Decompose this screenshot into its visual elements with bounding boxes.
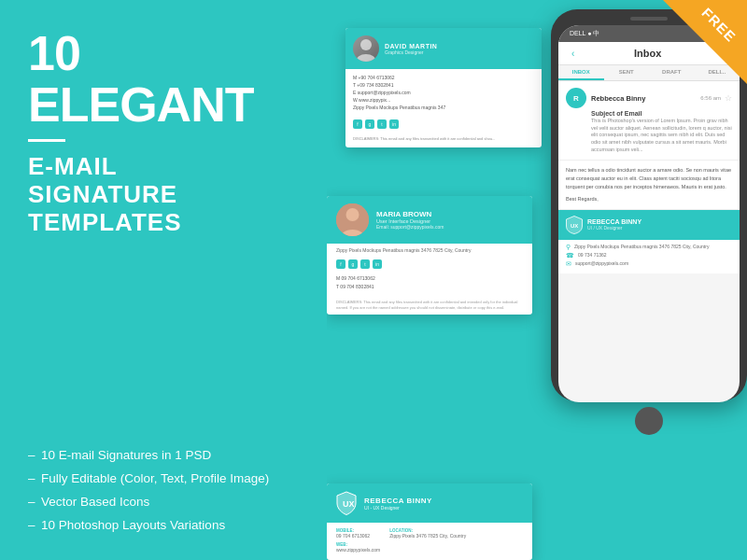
back-icon[interactable]: ‹ [571, 49, 574, 59]
card2-disclaimer: DISCLAIMERS: This email and any files tr… [327, 297, 532, 315]
phone-sig-info: REBECCA BINNY UI / UX Designer [587, 218, 641, 231]
email-list-item[interactable]: R Rebbecca Binny 6:56 am ☆ Subject of Em… [558, 81, 740, 161]
svg-text:UX: UX [343, 499, 355, 509]
phone-subject: Subject of Email [591, 110, 732, 117]
card3-location: Zippy Pixels 3476 7825 City, Country [389, 533, 466, 539]
linkedin-icon: in [389, 119, 399, 129]
phone-avatar: R [566, 88, 586, 108]
card2-social: f g t in [327, 257, 532, 272]
subtitle-line2: SIGNATURE [28, 181, 317, 209]
svg-point-1 [356, 54, 376, 62]
feature-item-1: 10 E-mail Signatures in 1 PSD [28, 448, 317, 462]
divider [28, 139, 65, 142]
features-list: 10 E-mail Signatures in 1 PSD Fully Edit… [28, 448, 317, 541]
phone-sender: Rebbecca Binny [591, 94, 645, 103]
phone-sig-role: UI / UX Designer [587, 225, 641, 231]
card3-role: UI - UX Designer [364, 505, 432, 511]
card1-email: E support@zippypixels.com [353, 89, 534, 96]
card1-tel: T +09 734 8302841 [353, 81, 534, 89]
phone-sig-details: ⚲ Zippy Pixels Mockups Penatibus magnis … [558, 240, 740, 273]
card2-contact: M 09 704 6713062 T 09 704 8302841 [327, 272, 532, 297]
card1-mobile: M +90 704 6713062 [353, 74, 534, 81]
card1-role: Graphics Designer [385, 49, 437, 55]
phone-shield-icon: UX [566, 216, 583, 234]
email-card-maria-brown: MARIA BROWN User Interface Designer Emai… [327, 196, 532, 315]
tab-inbox[interactable]: INBOX [558, 65, 604, 80]
email-card-david-martin: DAVID MARTIN Graphics Designer M +90 704… [345, 28, 542, 147]
card2-header: MARIA BROWN User Interface Designer Emai… [327, 196, 532, 244]
card1-social: f g t in [345, 116, 542, 133]
phone-speaker [630, 17, 668, 21]
card2-avatar [336, 203, 369, 236]
sig-phone-row: ☎ 09 734 71362 [566, 252, 732, 259]
twitter-icon: t [377, 119, 387, 129]
card1-web: W www.zippypix... [353, 96, 534, 104]
phone-regards: Best Regards, [566, 195, 732, 203]
avatar-image [353, 35, 379, 62]
card3-mobile: 09 704 6713062 [336, 533, 380, 539]
sig-address: Zippy Pixels Mockups Penatibus magnis 34… [574, 244, 709, 249]
phone-body: Nam nec tellus a odio tincidunt auctor a… [558, 161, 740, 209]
card2-tel: T 09 704 8302841 [336, 283, 523, 291]
card3-location-col: LOCATION: Zippy Pixels 3476 7825 City, C… [389, 527, 466, 553]
gplus-icon-2: g [348, 259, 358, 269]
card2-person-info: MARIA BROWN User Interface Designer Emai… [376, 210, 444, 230]
email-icon: ✉ [566, 260, 571, 267]
sig-email: support@zippypixels.com [575, 260, 628, 266]
card3-web: www.zippypixels.com [336, 547, 380, 553]
feature-item-3: Vector Based Icons [28, 495, 317, 509]
card3-name: REBECCA BINNY [364, 497, 432, 505]
svg-text:UX: UX [571, 223, 578, 229]
card3-header: UX REBECCA BINNY UI - UX Designer [327, 483, 532, 523]
phone-time: 6:56 am [700, 95, 721, 101]
tab-draft[interactable]: DRAFT [649, 65, 695, 80]
facebook-icon-2: f [336, 259, 345, 269]
shield-icon: UX [336, 491, 357, 515]
subtitle-line3: TEMPLATES [28, 209, 317, 237]
card3-mobile-col: MOBILE: 09 704 6713062 WEB: www.zippypix… [336, 527, 380, 553]
star-icon[interactable]: ☆ [725, 93, 732, 103]
card1-name: DAVID MARTIN [385, 43, 437, 49]
card2-mobile: M 09 704 6713062 [336, 274, 523, 283]
card1-avatar [353, 35, 379, 62]
card3-details: MOBILE: 09 704 6713062 WEB: www.zippypix… [327, 523, 532, 560]
gplus-icon: g [365, 119, 374, 129]
feature-item-2: Fully Editable (Color, Text, Profile Ima… [28, 471, 317, 485]
phone-body-p2: Nam nec tellus a odio tincidunt auctor a… [566, 166, 732, 190]
email-row-1: R Rebbecca Binny 6:56 am ☆ [566, 88, 732, 108]
card2-email: Email: support@zippypixels.com [376, 224, 444, 230]
card1-header: DAVID MARTIN Graphics Designer [345, 28, 542, 69]
phone-signature-header: UX REBECCA BINNY UI / UX Designer [558, 210, 740, 240]
phone-tabs: INBOX SENT DRAFT DELI... [558, 65, 740, 81]
card2-address: Zippy Pixels Mockups Penatibus magnis 34… [327, 244, 532, 257]
main-title: 10 ELEGANT [28, 28, 317, 130]
feature-item-4: 10 Photoshop Layouts Variations [28, 518, 317, 532]
location-icon: ⚲ [566, 244, 571, 250]
subtitle-line1: E-MAIL [28, 153, 317, 181]
sig-phone: 09 734 71362 [578, 252, 607, 258]
svg-point-0 [360, 39, 372, 50]
left-panel: 10 ELEGANT E-MAIL SIGNATURE TEMPLATES 10… [0, 0, 345, 560]
phone-carrier: DELL ● 中 [570, 29, 599, 38]
phone-preview: This is Photoshop's version of Lorem Ips… [591, 118, 732, 153]
twitter-icon-2: t [360, 259, 370, 269]
card1-address: Zippy Pixels Mockups Penatibus magnis 34… [353, 104, 534, 111]
card1-person-info: DAVID MARTIN Graphics Designer [385, 43, 437, 55]
card1-contact: M +90 704 6713062 T +09 734 8302841 E su… [345, 69, 542, 116]
inbox-title: Inbox [634, 48, 661, 59]
sig-email-row: ✉ support@zippypixels.com [566, 260, 732, 267]
tab-sent[interactable]: SENT [604, 65, 650, 80]
subtitle: E-MAIL SIGNATURE TEMPLATES [28, 153, 317, 237]
phone-screen: DELL ● 中 4:21 PM ‹ Inbox ✎ INBOX SENT DR… [558, 25, 740, 402]
sig-address-row: ⚲ Zippy Pixels Mockups Penatibus magnis … [566, 244, 732, 250]
sender-row: R Rebbecca Binny [566, 88, 645, 108]
linkedin-icon-2: in [373, 259, 382, 269]
phone-mockup: DELL ● 中 4:21 PM ‹ Inbox ✎ INBOX SENT DR… [551, 9, 747, 401]
phone-icon: ☎ [566, 252, 574, 259]
phone-home-button[interactable] [635, 407, 663, 435]
card2-name: MARIA BROWN [376, 210, 444, 218]
card1-disclaimer: DISCLAIMERS: This email and any files tr… [345, 133, 542, 147]
svg-point-3 [346, 208, 359, 221]
phone-sig-name: REBECCA BINNY [587, 218, 641, 225]
card3-person-info: REBECCA BINNY UI - UX Designer [364, 497, 432, 511]
